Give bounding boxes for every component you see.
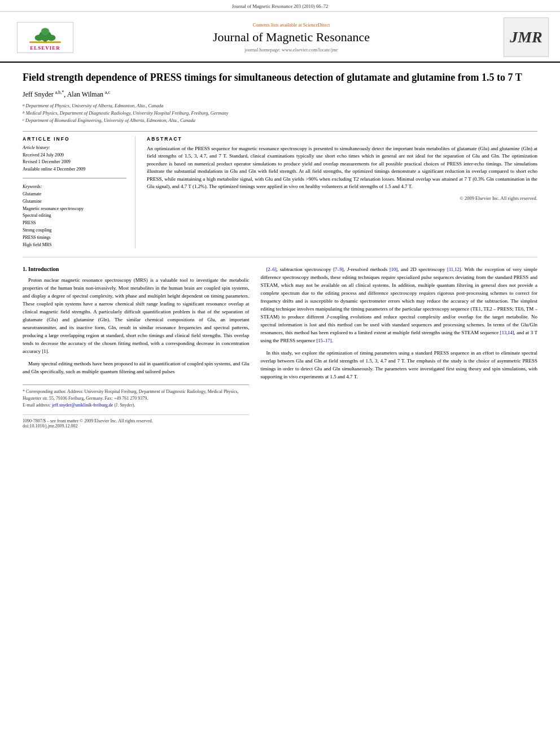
right-column: [2–6], subtraction spectroscopy [7–9], J… xyxy=(260,266,537,428)
sciencedirect-link: Contents lists available at ScienceDirec… xyxy=(90,22,492,28)
svg-point-2 xyxy=(35,34,43,41)
keyword-press: PRESS xyxy=(23,220,126,227)
journal-header: ELSEVIER Contents lists available at Sci… xyxy=(0,12,560,63)
sciencedirect-text[interactable]: ScienceDirect xyxy=(303,22,330,28)
elsevier-label: ELSEVIER xyxy=(30,45,60,51)
divider-keywords xyxy=(23,178,126,178)
received-date: Received 24 July 2009 xyxy=(23,152,126,159)
svg-point-3 xyxy=(47,34,56,41)
keyword-press-timings: PRESS timings xyxy=(23,234,126,242)
right-para-2: In this study, we explore the optimizati… xyxy=(260,350,537,381)
divider-1 xyxy=(23,131,537,132)
author-names: Jeff Snyder a,b,*, Alan Wilman a,c xyxy=(23,90,110,98)
ref-10: [10] xyxy=(390,267,397,272)
elsevier-logo: ELSEVIER xyxy=(17,22,73,53)
footnote-corresponding: * Corresponding author. Address: Univers… xyxy=(23,388,249,402)
main-content: 1. Introduction Proton nuclear magnetic … xyxy=(23,257,537,428)
abstract-text: An optimization of the PRESS sequence fo… xyxy=(147,145,537,191)
affiliation-c-text: Department of Biomedical Engineering, Un… xyxy=(25,117,195,124)
footnote-email-line: E-mail address: jeff.snyder@uniklinik-fr… xyxy=(23,402,249,409)
issn-line: 1090-7807/$ – see front matter © 2009 El… xyxy=(23,418,249,423)
available-date: Available online 4 December 2009 xyxy=(23,166,126,173)
doi-line: doi:10.1016/j.jmr.2009.12.002 xyxy=(23,423,249,429)
left-column: 1. Introduction Proton nuclear magnetic … xyxy=(23,266,249,428)
keyword-glutamine: Glutamine xyxy=(23,198,126,206)
journal-title: Journal of Magnetic Resonance xyxy=(90,30,492,45)
email-label: E-mail address: xyxy=(23,403,51,408)
footnote-email[interactable]: jeff.snyder@uniklinik-freiburg.de xyxy=(52,403,113,408)
keyword-glutamate: Glutamate xyxy=(23,191,126,198)
elsevier-tree-icon xyxy=(28,24,62,44)
journal-title-area: Contents lists available at ScienceDirec… xyxy=(79,22,504,53)
article-info-column: ARTICLE INFO Article history: Received 2… xyxy=(23,136,135,249)
bottom-info: 1090-7807/$ – see front matter © 2009 El… xyxy=(23,414,249,429)
section-title: Introduction xyxy=(28,266,59,272)
elsevier-logo-area: ELSEVIER xyxy=(11,22,79,53)
keyword-spectral-editing: Spectral editing xyxy=(23,212,126,220)
affiliation-c: c Department of Biomedical Engineering, … xyxy=(23,117,537,124)
authors-line: Jeff Snyder a,b,*, Alan Wilman a,c xyxy=(23,90,537,99)
svg-rect-5 xyxy=(29,41,60,43)
introduction-heading: 1. Introduction xyxy=(23,266,249,272)
abstract-column: ABSTRACT An optimization of the PRESS se… xyxy=(147,136,537,249)
jmr-logo-box: JMR xyxy=(504,18,549,57)
article-info-title: ARTICLE INFO xyxy=(23,136,126,142)
ref-2-6: [2–6] xyxy=(266,267,276,272)
keyword-strong-coupling: Strong coupling xyxy=(23,227,126,234)
keyword-mrs: Magnetic resonance spectroscopy xyxy=(23,206,126,213)
journal-homepage: journal homepage: www.elsevier.com/locat… xyxy=(90,47,492,53)
affiliation-b: b Medical Physics, Department of Diagnos… xyxy=(23,110,537,117)
section-number: 1. xyxy=(23,266,27,272)
footnote-email-suffix: (J. Snyder). xyxy=(114,403,135,408)
ref-13-14: [13,14] xyxy=(500,330,514,335)
ref-7-9: [7–9] xyxy=(333,267,343,272)
keyword-high-field: High field MRS xyxy=(23,242,126,249)
article-history-label: Article history: xyxy=(23,145,126,150)
journal-citation-text: Journal of Magnetic Resonance 203 (2010)… xyxy=(232,3,328,9)
abstract-title: ABSTRACT xyxy=(147,136,537,142)
article-body: Field strength dependence of PRESS timin… xyxy=(0,63,560,437)
ref-15-17: [15–17] xyxy=(316,338,331,343)
intro-paragraph-2: Many spectral editing methods have been … xyxy=(23,360,249,376)
copyright-line: © 2009 Elsevier Inc. All rights reserved… xyxy=(147,195,537,201)
info-abstract-row: ARTICLE INFO Article history: Received 2… xyxy=(23,136,537,249)
ref-11-12: [11,12] xyxy=(447,267,461,272)
right-para-1: [2–6], subtraction spectroscopy [7–9], J… xyxy=(260,266,537,344)
keywords-title: Keywords: xyxy=(23,184,126,189)
footnote-area: * Corresponding author. Address: Univers… xyxy=(23,385,249,409)
revised-date: Revised 1 December 2009 xyxy=(23,159,126,166)
keywords-section: Keywords: Glutamate Glutamine Magnetic r… xyxy=(23,184,126,248)
intro-paragraph-1: Proton nuclear magnetic resonance spectr… xyxy=(23,277,249,355)
affiliation-b-text: Medical Physics, Department of Diagnosti… xyxy=(26,110,229,117)
journal-citation-bar: Journal of Magnetic Resonance 203 (2010)… xyxy=(0,0,560,12)
affiliations: a Department of Physics, University of A… xyxy=(23,102,537,124)
affiliation-a: a Department of Physics, University of A… xyxy=(23,102,537,110)
article-title: Field strength dependence of PRESS timin… xyxy=(23,71,537,84)
affiliation-a-text: Department of Physics, University of Alb… xyxy=(26,102,164,110)
svg-point-4 xyxy=(41,28,50,35)
jmr-logo: JMR xyxy=(510,28,542,46)
